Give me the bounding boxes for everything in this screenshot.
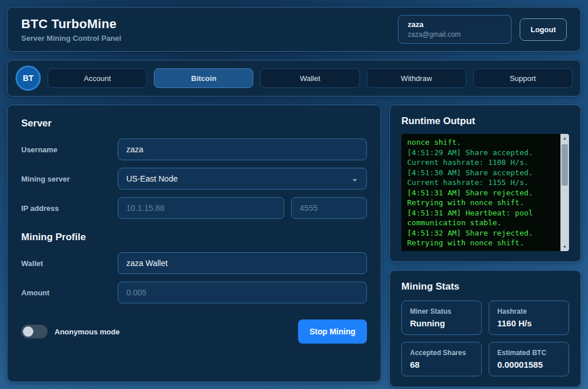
server-section-title: Server	[21, 118, 367, 129]
header: BTC TurboMine Server Mining Control Pane…	[7, 7, 581, 52]
mining-server-row: Mining server US-East Node ⌄	[21, 168, 367, 190]
app-title: BTC TurboMine	[21, 17, 121, 32]
log-line: [4:51:31 AM] Share rejected. Retrying wi…	[407, 188, 557, 208]
chevron-down-icon: ⌄	[351, 174, 358, 182]
app-subtitle: Server Mining Control Panel	[21, 34, 121, 43]
stats-grid: Miner Status Running Hashrate 1160 H/s A…	[401, 301, 569, 376]
ip-address-row: IP address	[21, 197, 367, 219]
stat-value: 0.00001585	[497, 360, 560, 369]
tab-bitcoin[interactable]: Bitcoin	[154, 68, 253, 88]
log-line: [4:51:32 AM] Share rejected. Retrying wi…	[407, 228, 557, 248]
user-card: zaza zaza@gmail.com	[398, 15, 512, 44]
tab-wallet[interactable]: Wallet	[260, 68, 359, 88]
header-right: zaza zaza@gmail.com Logout	[398, 15, 567, 44]
wallet-row: Wallet	[21, 252, 367, 274]
amount-row: Amount	[21, 282, 367, 303]
log-line: [4:51:30 AM] Share accepted. Current has…	[407, 168, 557, 188]
mining-server-select[interactable]: US-East Node ⌄	[118, 168, 367, 190]
amount-input[interactable]	[118, 282, 367, 303]
stat-label: Hashrate	[497, 307, 560, 315]
port-input[interactable]	[291, 197, 367, 219]
mining-stats-title: Mining Stats	[401, 281, 569, 292]
anonymous-mode-toggle[interactable]	[21, 325, 48, 338]
stat-value: 1160 H/s	[497, 318, 560, 328]
nav-bar: BT Account Bitcoin Wallet Withdraw Suppo…	[7, 60, 581, 97]
stat-label: Accepted Shares	[410, 349, 473, 357]
stat-label: Miner Status	[410, 307, 473, 315]
scroll-up-icon[interactable]: ▲	[560, 134, 569, 142]
terminal[interactable]: nonce shift. [4:51:29 AM] Share accepted…	[401, 134, 569, 251]
wallet-input[interactable]	[118, 252, 367, 274]
terminal-log: nonce shift. [4:51:29 AM] Share accepted…	[401, 134, 560, 251]
scrollbar-track[interactable]	[560, 142, 569, 242]
runtime-output-panel: Runtime Output nonce shift. [4:51:29 AM]…	[389, 105, 581, 262]
log-line: [4:51:31 AM] Heartbeat: pool communicati…	[407, 208, 557, 228]
mining-stats-panel: Mining Stats Miner Status Running Hashra…	[389, 270, 581, 387]
ip-address-input[interactable]	[118, 197, 284, 219]
stat-value: 68	[410, 360, 473, 369]
username-row: Username	[21, 138, 367, 160]
anonymous-mode-label: Anonymous mode	[55, 328, 119, 336]
form-bottom-row: Anonymous mode Stop Mining	[21, 319, 367, 344]
username-input[interactable]	[118, 138, 367, 160]
anonymous-mode-toggle-group[interactable]: Anonymous mode	[21, 325, 119, 338]
stat-card-hashrate: Hashrate 1160 H/s	[489, 301, 569, 335]
server-panel: Server Username Mining server US-East No…	[7, 105, 381, 382]
terminal-scrollbar[interactable]: ▲ ▼	[560, 134, 569, 251]
header-titles: BTC TurboMine Server Mining Control Pane…	[21, 17, 121, 43]
tab-account[interactable]: Account	[48, 68, 147, 88]
tab-withdraw[interactable]: Withdraw	[367, 68, 466, 88]
amount-label: Amount	[21, 288, 111, 297]
wallet-label: Wallet	[21, 259, 111, 268]
user-email: zaza@gmail.com	[408, 30, 502, 38]
toggle-knob	[23, 326, 33, 337]
log-line: [4:51:29 AM] Share accepted. Current has…	[407, 148, 557, 168]
stat-value: Running	[410, 318, 473, 328]
log-line: nonce shift.	[407, 137, 557, 148]
user-name: zaza	[408, 20, 502, 29]
mining-profile-title: Mining Profile	[21, 232, 367, 243]
bt-logo-badge: BT	[16, 66, 41, 91]
stat-card-estimated-btc: Estimated BTC 0.00001585	[489, 342, 569, 376]
scrollbar-thumb[interactable]	[562, 144, 568, 186]
stat-card-accepted-shares: Accepted Shares 68	[401, 342, 482, 376]
tab-support[interactable]: Support	[473, 68, 572, 88]
runtime-output-title: Runtime Output	[401, 115, 569, 127]
username-label: Username	[21, 145, 111, 154]
logout-button[interactable]: Logout	[520, 18, 567, 41]
stat-label: Estimated BTC	[497, 349, 560, 357]
stop-mining-button[interactable]: Stop Mining	[298, 319, 367, 344]
main-content: Server Username Mining server US-East No…	[7, 105, 581, 382]
stat-card-miner-status: Miner Status Running	[401, 301, 482, 335]
mining-server-selected-value: US-East Node	[126, 174, 177, 183]
mining-server-label: Mining server	[21, 175, 111, 183]
page: BTC TurboMine Server Mining Control Pane…	[0, 0, 588, 389]
ip-address-label: IP address	[21, 204, 111, 213]
right-column: Runtime Output nonce shift. [4:51:29 AM]…	[389, 105, 581, 382]
scroll-down-icon[interactable]: ▼	[560, 242, 569, 251]
